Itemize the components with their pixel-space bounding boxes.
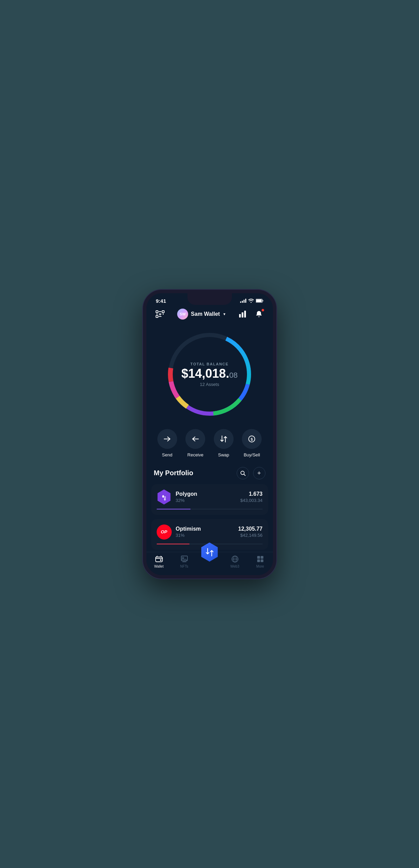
balance-amount: $14,018.08 bbox=[181, 367, 238, 379]
svg-line-28 bbox=[244, 474, 245, 476]
wallet-name: Sam Wallet bbox=[191, 311, 220, 317]
svg-rect-14 bbox=[244, 311, 246, 318]
swap-icon bbox=[214, 429, 234, 449]
balance-chart: TOTAL BALANCE $14,018.08 12 Assets bbox=[162, 326, 258, 422]
optimism-bar-fill bbox=[157, 544, 189, 544]
nav-nfts[interactable]: NFTs bbox=[172, 555, 197, 568]
svg-rect-29 bbox=[156, 557, 162, 562]
phone-frame: 9:41 bbox=[143, 290, 276, 579]
polygon-name: Polygon bbox=[176, 491, 197, 497]
more-nav-label: More bbox=[256, 565, 264, 568]
svg-rect-39 bbox=[257, 559, 260, 562]
bottom-nav: Wallet NFTs bbox=[146, 552, 273, 575]
receive-icon bbox=[185, 429, 205, 449]
assets-count: 12 Assets bbox=[181, 381, 238, 387]
buysell-icon: $ bbox=[242, 429, 262, 449]
notification-badge bbox=[261, 309, 264, 312]
wallet-nav-label: Wallet bbox=[154, 565, 163, 568]
nav-wallet[interactable]: Wallet bbox=[146, 555, 172, 568]
optimism-asset-left: OP Optimism 31% bbox=[157, 524, 201, 540]
polygon-asset-card[interactable]: Polygon 32% 1.673 $43,003.34 bbox=[151, 484, 268, 515]
polygon-usd: $43,003.34 bbox=[240, 498, 262, 503]
action-buttons: Send Receive Swap bbox=[146, 422, 273, 461]
optimism-asset-row: OP Optimism 31% 12,305.77 $42,149.56 bbox=[157, 524, 263, 540]
send-button[interactable]: Send bbox=[157, 429, 177, 457]
battery-icon bbox=[256, 299, 263, 303]
buysell-label: Buy/Sell bbox=[244, 452, 260, 457]
svg-rect-4 bbox=[162, 311, 164, 313]
scan-icon bbox=[156, 310, 165, 318]
optimism-pct: 31% bbox=[176, 533, 201, 538]
svg-text:$: $ bbox=[251, 437, 253, 441]
web3-nav-icon bbox=[231, 555, 239, 563]
optimism-usd: $42,149.56 bbox=[238, 533, 262, 538]
chart-icon bbox=[239, 311, 246, 318]
polygon-amount: 1.673 bbox=[240, 491, 262, 497]
polygon-pct: 32% bbox=[176, 498, 197, 503]
buysell-button[interactable]: $ Buy/Sell bbox=[242, 429, 262, 457]
receive-label: Receive bbox=[187, 452, 204, 457]
search-icon bbox=[240, 470, 246, 476]
svg-rect-2 bbox=[262, 300, 263, 301]
svg-rect-3 bbox=[156, 311, 158, 313]
svg-rect-40 bbox=[261, 559, 263, 562]
nav-more[interactable]: More bbox=[248, 555, 273, 568]
receive-button[interactable]: Receive bbox=[185, 429, 205, 457]
svg-rect-12 bbox=[239, 314, 241, 318]
polygon-info: Polygon 32% bbox=[176, 491, 197, 503]
polygon-asset-row: Polygon 32% 1.673 $43,003.34 bbox=[157, 490, 263, 505]
portfolio-actions: + bbox=[237, 467, 265, 479]
optimism-values: 12,305.77 $42,149.56 bbox=[238, 526, 262, 538]
svg-rect-37 bbox=[257, 556, 260, 559]
nav-web3[interactable]: Web3 bbox=[222, 555, 248, 568]
portfolio-header: My Portfolio + bbox=[146, 461, 273, 484]
polygon-bar-fill bbox=[157, 509, 191, 509]
wifi-icon bbox=[248, 299, 254, 303]
nav-center[interactable] bbox=[197, 549, 222, 562]
polygon-icon bbox=[157, 490, 172, 505]
balance-label: TOTAL BALANCE bbox=[181, 362, 238, 366]
wallet-nav-icon bbox=[155, 555, 163, 563]
optimism-icon: OP bbox=[157, 524, 172, 540]
send-label: Send bbox=[162, 452, 172, 457]
balance-info: TOTAL BALANCE $14,018.08 12 Assets bbox=[181, 362, 238, 387]
status-time: 9:41 bbox=[156, 298, 166, 304]
svg-rect-38 bbox=[261, 556, 263, 559]
optimism-info: Optimism 31% bbox=[176, 526, 201, 538]
chevron-down-icon: ▾ bbox=[223, 312, 225, 316]
nfts-nav-icon bbox=[180, 555, 188, 563]
avatar: SW bbox=[177, 309, 188, 320]
chart-button[interactable] bbox=[236, 308, 249, 320]
svg-rect-1 bbox=[256, 299, 262, 302]
scan-button[interactable] bbox=[154, 308, 166, 320]
status-icons bbox=[240, 299, 263, 303]
swap-label: Swap bbox=[218, 452, 229, 457]
more-nav-icon bbox=[256, 555, 264, 563]
plus-icon: + bbox=[257, 470, 261, 476]
svg-rect-5 bbox=[156, 315, 158, 318]
portfolio-search-button[interactable] bbox=[237, 467, 249, 479]
web3-nav-label: Web3 bbox=[231, 565, 239, 568]
swap-button[interactable]: Swap bbox=[214, 429, 234, 457]
signal-icon bbox=[240, 299, 246, 303]
send-icon bbox=[157, 429, 177, 449]
svg-rect-30 bbox=[160, 559, 161, 561]
wallet-selector[interactable]: SW Sam Wallet ▾ bbox=[177, 309, 225, 320]
header: SW Sam Wallet ▾ bbox=[146, 304, 273, 323]
svg-rect-13 bbox=[242, 312, 244, 318]
polygon-values: 1.673 $43,003.34 bbox=[240, 491, 262, 503]
notch bbox=[187, 293, 232, 305]
polygon-asset-left: Polygon 32% bbox=[157, 490, 197, 505]
center-swap-icon bbox=[205, 548, 214, 557]
optimism-amount: 12,305.77 bbox=[238, 526, 262, 532]
header-right bbox=[236, 308, 265, 320]
polygon-progress-bar bbox=[157, 509, 263, 509]
notification-button[interactable] bbox=[253, 308, 265, 320]
portfolio-title: My Portfolio bbox=[154, 469, 194, 477]
optimism-name: Optimism bbox=[176, 526, 201, 532]
portfolio-add-button[interactable]: + bbox=[253, 467, 265, 479]
nfts-nav-label: NFTs bbox=[180, 565, 188, 568]
